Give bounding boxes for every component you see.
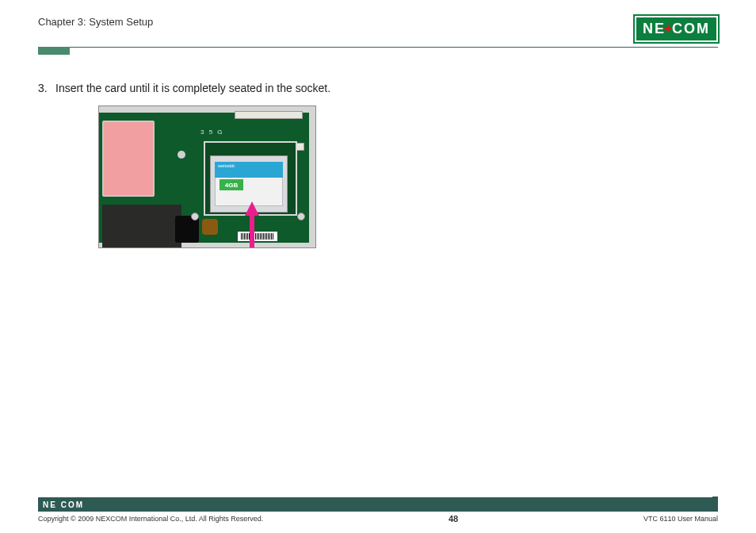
cf-card-brand: swissbit (218, 163, 235, 168)
screw-left (191, 213, 199, 220)
footer-row: Copyright © 2009 NEXCOM International Co… (38, 514, 718, 523)
thermal-pad (102, 121, 155, 197)
logo-part-ne: NE (643, 21, 666, 37)
header-green-tab (38, 47, 70, 55)
footer-ornament-icon (701, 497, 718, 512)
document-title: VTC 6110 User Manual (643, 515, 718, 523)
instruction-step: 3. Insert the card until it is completel… (38, 82, 718, 94)
header-rule (38, 47, 718, 48)
silkscreen-label: 3 5 G (200, 128, 224, 136)
arrow-shaft (250, 213, 254, 248)
chapter-title: Chapter 3: System Setup (38, 16, 153, 28)
nexcom-logo: NE✦COM (635, 16, 718, 42)
footer-nexcom-logo: NE COM (43, 500, 84, 509)
logo-part-com: COM (672, 21, 710, 37)
screw-right (297, 213, 305, 220)
install-photo: 3 5 G swissbit 4GB (98, 105, 316, 248)
step-text: Insert the card until it is completely s… (55, 82, 330, 94)
step-number: 3. (38, 82, 49, 94)
inductor-coil (202, 219, 218, 235)
insert-arrow-icon (246, 201, 258, 248)
page-number: 48 (449, 514, 458, 523)
ffc-connector-top (235, 111, 303, 119)
footer-bar: NE COM (38, 497, 718, 512)
page-header: Chapter 3: System Setup NE✦COM (38, 16, 718, 42)
heatsink (102, 205, 181, 248)
barcode-sticker (238, 232, 277, 241)
manual-page: Chapter 3: System Setup NE✦COM 3. Insert… (0, 0, 756, 533)
standoff (178, 151, 185, 159)
cf-card-capacity: 4GB (220, 179, 243, 190)
copyright-text: Copyright © 2009 NEXCOM International Co… (38, 515, 263, 523)
page-footer: NE COM Copyright © 2009 NEXCOM Internati… (38, 497, 718, 523)
